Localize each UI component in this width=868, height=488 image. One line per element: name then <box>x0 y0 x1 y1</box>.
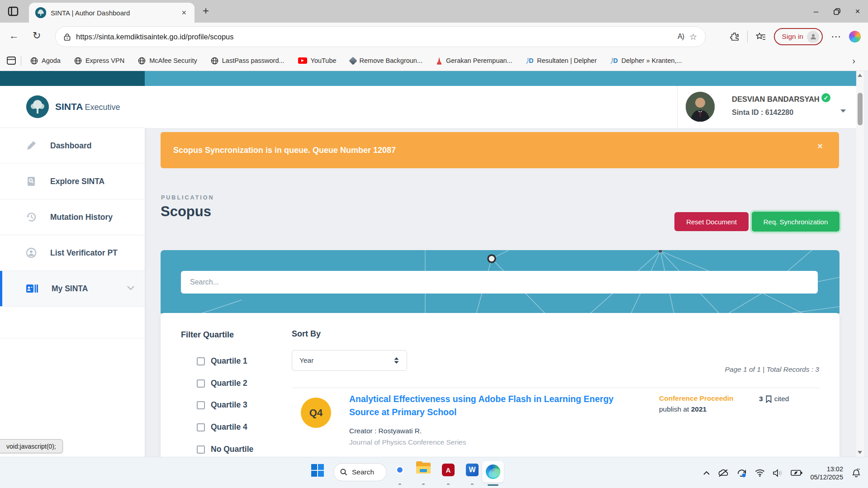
tray-expand-icon[interactable] <box>703 471 710 475</box>
bookmark-label: Agoda <box>42 57 61 64</box>
bookmark-gerakan-perempuan[interactable]: Gerakan Perempuan... <box>432 57 517 65</box>
publication-creator: Creator : Rostyawati R. <box>349 427 422 435</box>
checkbox[interactable] <box>197 445 205 454</box>
copilot-icon[interactable] <box>849 31 861 43</box>
sign-in-button[interactable]: Sign in <box>774 28 823 45</box>
lock-icon <box>64 33 71 41</box>
bookmark-agoda[interactable]: Agoda <box>26 57 65 65</box>
bookmark-express-vpn[interactable]: Express VPN <box>70 57 129 65</box>
sync-icon[interactable] <box>736 469 747 478</box>
delpher-icon: ⟩D <box>526 57 534 64</box>
checkbox[interactable] <box>197 423 205 431</box>
volume-icon[interactable] <box>773 469 783 477</box>
sidebar-item-explore-sinta[interactable]: Explore SINTA <box>0 164 145 199</box>
globe-icon <box>138 57 146 65</box>
window-minimize-button[interactable]: – <box>806 0 826 23</box>
taskbar-search[interactable]: Search <box>333 463 387 481</box>
checkbox[interactable] <box>197 379 205 388</box>
brand[interactable]: SINTAExecutive <box>0 86 145 128</box>
scroll-down-icon[interactable] <box>858 451 862 454</box>
bookmark-resultaten-delpher[interactable]: ⟩D Resultaten | Delpher <box>522 57 602 64</box>
globe-icon <box>74 57 82 65</box>
bookmark-remove-background[interactable]: Remove Backgroun... <box>346 57 427 64</box>
banner-close-icon[interactable]: × <box>817 141 823 152</box>
extensions-icon[interactable] <box>730 32 739 41</box>
req-synchronization-button[interactable]: Req. Synchronization <box>752 212 840 232</box>
publication-publish-year: publish at 2021 <box>659 405 707 413</box>
new-tab-button[interactable]: + <box>203 5 209 17</box>
globe-icon <box>30 57 38 65</box>
url-text[interactable]: https://sinta.kemdiktisaintek.go.id/prof… <box>76 33 672 41</box>
filter-option-no-quartile[interactable]: No Quartile <box>197 445 253 454</box>
windows-taskbar: Search A W 13:02 05/12/2025 zz <box>0 457 868 488</box>
browser-tab[interactable]: SINTA | Author Dashboard × <box>29 3 194 23</box>
bookmarks-divider <box>21 56 21 66</box>
filter-option-quartile-4[interactable]: Quartile 4 <box>197 422 247 432</box>
start-button[interactable] <box>311 464 324 477</box>
chevron-down-icon[interactable] <box>127 285 135 290</box>
taskbar-word[interactable]: W <box>466 463 479 476</box>
bookmark-mcafee[interactable]: McAfee Security <box>133 57 202 65</box>
edge-icon <box>486 464 500 479</box>
notification-bell-dnd-icon[interactable]: zz <box>851 468 862 478</box>
favorites-bar-icon[interactable] <box>756 32 766 41</box>
bookmark-label: Gerakan Perempuan... <box>446 57 512 64</box>
taskbar-clock[interactable]: 13:02 05/12/2025 <box>810 465 843 481</box>
taskbar-edge-active[interactable] <box>482 461 504 483</box>
onedrive-offline-icon[interactable] <box>718 469 729 477</box>
filter-option-quartile-1[interactable]: Quartile 1 <box>197 356 247 366</box>
clock-date: 05/12/2025 <box>810 473 843 481</box>
read-aloud-icon[interactable]: A) <box>678 33 684 41</box>
publication-cited: 3 cited <box>759 395 789 403</box>
window-close-button[interactable]: × <box>847 0 868 23</box>
search-panel <box>161 250 840 313</box>
sort-selected-value: Year <box>299 356 394 365</box>
results-divider <box>292 388 820 388</box>
refresh-button[interactable]: ↻ <box>33 30 41 42</box>
window-restore-button[interactable] <box>826 0 847 23</box>
user-name: DESVIAN BANDARSYAH <box>732 95 820 104</box>
sinta-favicon <box>35 7 46 18</box>
page-title: Scopus <box>161 204 211 220</box>
bookmark-youtube[interactable]: YouTube <box>294 57 341 64</box>
document-search-icon <box>26 176 37 187</box>
user-avatar[interactable] <box>686 92 715 122</box>
banner-message: Scopus Syncronization is in queue. Queue… <box>173 146 396 155</box>
checkbox[interactable] <box>197 401 205 409</box>
favorite-star-icon[interactable]: ☆ <box>689 32 697 42</box>
results-card: Filter Quartile Quartile 1 Quartile 2 Qu… <box>161 313 840 457</box>
tab-title: SINTA | Author Dashboard <box>51 9 175 17</box>
filter-option-quartile-3[interactable]: Quartile 3 <box>197 400 247 410</box>
tab-close-icon[interactable]: × <box>180 8 188 18</box>
collections-icon[interactable] <box>6 56 16 66</box>
wifi-icon[interactable] <box>755 469 765 477</box>
reset-document-button[interactable]: Reset Document <box>674 212 749 231</box>
scrollbar-thumb[interactable] <box>858 93 863 125</box>
search-input[interactable] <box>181 271 818 294</box>
main-content: Scopus Syncronization is in queue. Queue… <box>145 128 856 457</box>
filter-option-quartile-2[interactable]: Quartile 2 <box>197 379 247 388</box>
bookmarks-overflow-icon[interactable]: › <box>852 56 862 66</box>
web-page: SINTAExecutive Dashboard Explore SINTA M… <box>0 71 868 457</box>
sidebar-item-mutation-history[interactable]: Mutation History <box>0 199 145 235</box>
scroll-up-icon[interactable] <box>858 74 862 77</box>
tab-workspaces-icon[interactable] <box>7 5 19 17</box>
checkbox-label: No Quartile <box>211 445 253 454</box>
battery-saver-icon[interactable] <box>791 469 802 476</box>
sidebar-item-list-verificator-pt[interactable]: List Verificator PT <box>0 235 145 271</box>
back-button[interactable]: ← <box>9 30 19 42</box>
more-menu-icon[interactable]: ⋯ <box>831 31 841 43</box>
checkbox[interactable] <box>197 357 205 365</box>
running-indicator <box>422 483 425 485</box>
bookmark-lastpass[interactable]: LastPass password... <box>206 57 289 65</box>
url-bar[interactable]: https://sinta.kemdiktisaintek.go.id/prof… <box>55 26 706 47</box>
publication-title-link[interactable]: Analytical Effectiveness using Adobe Fla… <box>349 393 643 419</box>
taskbar-acrobat[interactable]: A <box>442 463 455 476</box>
sidebar-item-my-sinta[interactable]: My SINTA <box>0 271 145 307</box>
page-scrollbar[interactable] <box>856 71 864 457</box>
bookmark-delpher-kranten[interactable]: ⟩D Delpher » Kranten,... <box>606 57 686 64</box>
sidebar-item-dashboard[interactable]: Dashboard <box>0 128 145 164</box>
profile-icon <box>807 31 819 43</box>
user-menu-caret-icon[interactable] <box>840 109 846 113</box>
sort-by-select[interactable]: Year <box>292 350 407 371</box>
